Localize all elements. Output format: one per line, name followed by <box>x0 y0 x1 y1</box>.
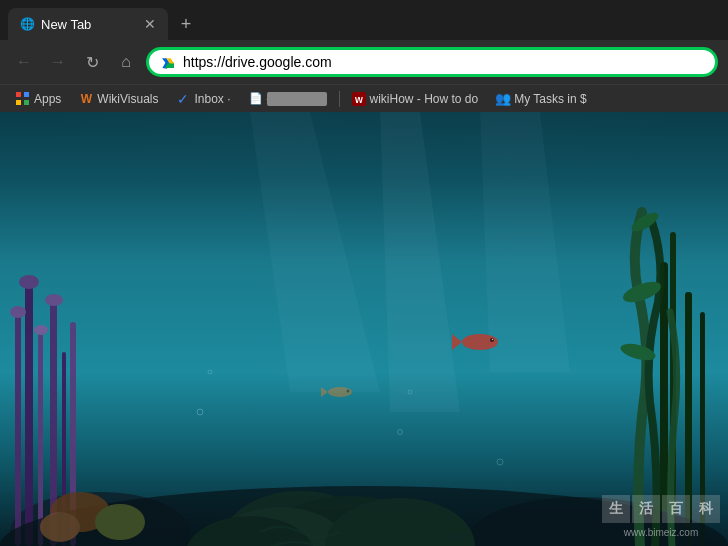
bookmark-wikihow-label: wikiHow - How to do <box>370 92 479 106</box>
watermark-char-2: 活 <box>632 495 660 523</box>
bookmark-apps[interactable]: Apps <box>8 90 69 108</box>
address-bar[interactable]: https://drive.google.com <box>146 47 718 77</box>
bookmark-mytasks[interactable]: 👥 My Tasks in $ <box>488 90 594 108</box>
new-tab-button[interactable]: + <box>172 10 200 38</box>
watermark-char-4: 科 <box>692 495 720 523</box>
svg-point-23 <box>19 275 39 289</box>
svg-point-22 <box>10 306 26 318</box>
svg-point-38 <box>492 339 494 341</box>
svg-point-24 <box>34 325 48 335</box>
watermark-url: www.bimeiz.com <box>624 527 698 538</box>
wikihow-icon: w <box>352 92 366 106</box>
home-button[interactable]: ⌂ <box>112 48 140 76</box>
watermark: 生 活 百 科 www.bimeiz.com <box>602 495 720 538</box>
forward-button[interactable]: → <box>44 48 72 76</box>
tab-title: New Tab <box>41 17 91 32</box>
svg-text:w: w <box>354 94 363 105</box>
svg-point-33 <box>95 504 145 540</box>
bookmark-wikihow[interactable]: w wikiHow - How to do <box>344 90 487 108</box>
scene-svg <box>0 112 728 546</box>
watermark-char-1: 生 <box>602 495 630 523</box>
tab-bar: 🌐 New Tab ✕ + <box>0 0 728 40</box>
back-button[interactable]: ← <box>10 48 38 76</box>
address-bar-row: ← → ↻ ⌂ https://drive.google.com <box>0 40 728 84</box>
bookmark-redacted-label: ────── <box>267 92 327 106</box>
bookmark-wikivisuals[interactable]: W WikiVisuals <box>71 90 166 108</box>
svg-rect-18 <box>38 332 43 546</box>
bookmark-icon: 📄 <box>249 92 263 106</box>
bookmark-wikivisuals-label: WikiVisuals <box>97 92 158 106</box>
svg-rect-17 <box>25 282 33 546</box>
bookmark-mytasks-label: My Tasks in $ <box>514 92 586 106</box>
bookmark-apps-label: Apps <box>34 92 61 106</box>
underwater-scene: 生 活 百 科 www.bimeiz.com <box>0 112 728 546</box>
tab-favicon: 🌐 <box>20 17 35 31</box>
apps-icon <box>16 92 30 106</box>
reload-button[interactable]: ↻ <box>78 48 106 76</box>
wikivisuals-icon: W <box>79 92 93 106</box>
watermark-char-3: 百 <box>662 495 690 523</box>
browser-chrome: 🌐 New Tab ✕ + ← → ↻ ⌂ https://drive.goog… <box>0 0 728 112</box>
bookmarks-bar: Apps W WikiVisuals ✓ Inbox · 📄 ────── w <box>0 84 728 112</box>
bookmark-redacted[interactable]: 📄 ────── <box>241 90 335 108</box>
bookmark-inbox[interactable]: ✓ Inbox · <box>168 90 238 108</box>
bookmark-separator <box>339 91 340 107</box>
url-text: https://drive.google.com <box>183 54 705 70</box>
svg-point-41 <box>347 390 350 393</box>
svg-point-25 <box>45 294 63 306</box>
active-tab[interactable]: 🌐 New Tab ✕ <box>8 8 168 40</box>
svg-rect-16 <box>15 312 21 546</box>
drive-icon <box>159 53 177 71</box>
tab-close-button[interactable]: ✕ <box>144 16 156 32</box>
svg-point-35 <box>462 334 498 350</box>
browser-content: 生 活 百 科 www.bimeiz.com <box>0 112 728 546</box>
bookmark-inbox-label: Inbox · <box>194 92 230 106</box>
svg-point-34 <box>40 512 80 542</box>
inbox-icon: ✓ <box>176 92 190 106</box>
mytasks-icon: 👥 <box>496 92 510 106</box>
